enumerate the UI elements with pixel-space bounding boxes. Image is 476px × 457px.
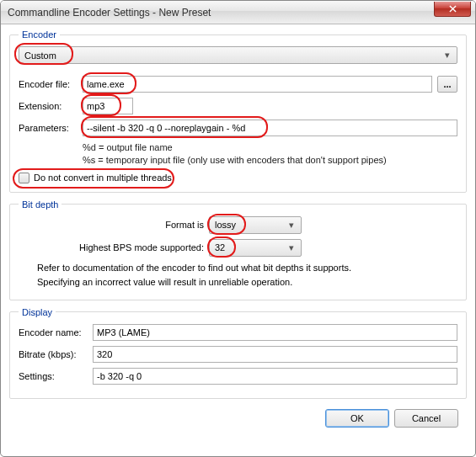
close-icon [449, 5, 457, 13]
bitdepth-note-2: Specifying an incorrect value will resul… [37, 276, 457, 289]
display-group: Display Encoder name: Bitrate (kbps): Se… [9, 307, 467, 399]
multithread-label: Do not convert in multiple threads [34, 173, 172, 183]
chevron-down-icon: ▾ [285, 240, 297, 256]
ok-button[interactable]: OK [325, 409, 389, 428]
encoder-legend: Encoder [19, 29, 60, 40]
encoder-name-input[interactable] [93, 324, 457, 341]
bitdepth-note-1: Refer to documentation of the encoder to… [37, 262, 457, 274]
preset-dropdown[interactable]: Custom ▾ [19, 46, 457, 64]
bitrate-label: Bitrate (kbps): [19, 349, 88, 359]
format-dropdown[interactable]: lossy ▾ [209, 216, 302, 234]
window-title: Commandline Encoder Settings - New Prese… [8, 7, 211, 19]
encoder-name-label: Encoder name: [19, 327, 88, 337]
close-button[interactable] [434, 2, 471, 17]
bitrate-input[interactable] [93, 346, 457, 363]
button-bar: OK Cancel [9, 406, 467, 428]
dialog-content: Encoder Custom ▾ Encoder file: ... Exten… [1, 24, 475, 434]
parameters-input[interactable] [83, 120, 457, 136]
encoder-file-label: Encoder file: [19, 79, 78, 89]
parameters-label: Parameters: [19, 123, 78, 133]
display-legend: Display [19, 307, 56, 317]
multithread-checkbox[interactable] [19, 173, 29, 183]
hint-line-1: %d = output file name [83, 141, 457, 154]
titlebar[interactable]: Commandline Encoder Settings - New Prese… [1, 1, 475, 24]
bps-label: Highest BPS mode supported: [69, 242, 204, 252]
preset-dropdown-value: Custom [24, 50, 56, 61]
extension-label: Extension: [19, 101, 78, 111]
bitdepth-group: Bit depth Format is lossy ▾ Highest BPS … [9, 199, 467, 300]
encoder-file-input[interactable] [83, 76, 432, 93]
chevron-down-icon: ▾ [441, 47, 453, 63]
bitdepth-legend: Bit depth [19, 199, 62, 210]
hint-line-2: %s = temporary input file (only use with… [83, 154, 457, 167]
browse-button[interactable]: ... [437, 76, 457, 93]
encoder-group: Encoder Custom ▾ Encoder file: ... Exten… [9, 29, 467, 193]
cancel-button[interactable]: Cancel [394, 409, 458, 428]
format-dropdown-value: lossy [215, 220, 236, 230]
settings-label: Settings: [19, 371, 88, 381]
format-label: Format is [69, 220, 204, 230]
bps-dropdown-value: 32 [215, 242, 225, 252]
chevron-down-icon: ▾ [285, 217, 297, 233]
settings-input[interactable] [93, 368, 457, 385]
extension-input[interactable] [83, 98, 133, 114]
bps-dropdown[interactable]: 32 ▾ [209, 239, 302, 257]
